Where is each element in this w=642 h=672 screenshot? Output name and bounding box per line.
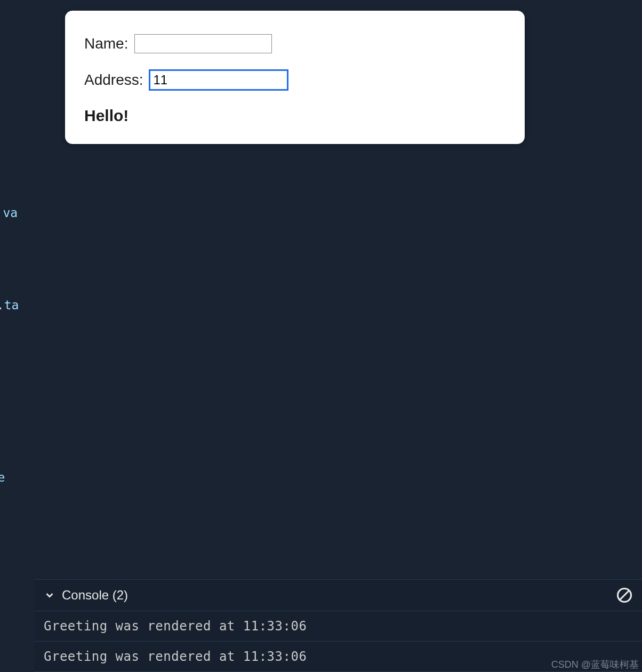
console-header[interactable]: Console (2) xyxy=(34,580,642,611)
right-pane-edge xyxy=(554,0,642,491)
form-card: Name: Address: Hello! xyxy=(65,11,525,144)
name-row: Name: xyxy=(84,34,505,53)
code-token-dot: . xyxy=(0,298,4,312)
console-count: (2) xyxy=(113,588,128,602)
console-label-text: Console xyxy=(62,588,109,602)
console-label: Console (2) xyxy=(62,588,128,603)
address-input[interactable] xyxy=(150,70,287,90)
code-token: ta xyxy=(4,298,19,312)
code-editor-strip: get.va e.ta ocale xyxy=(0,0,34,672)
greeting-text: Hello! xyxy=(84,107,505,125)
code-token: ocale xyxy=(0,470,5,484)
address-label: Address: xyxy=(84,71,143,89)
address-row: Address: xyxy=(84,70,505,90)
name-label: Name: xyxy=(84,35,128,52)
code-token: va xyxy=(3,206,18,220)
preview-pane: Name: Address: Hello! Console (2) xyxy=(34,0,642,672)
console-header-left: Console (2) xyxy=(44,588,128,603)
chevron-down-icon[interactable] xyxy=(44,589,55,601)
clear-console-icon[interactable] xyxy=(616,587,632,603)
watermark: CSDN @蓝莓味柯基 xyxy=(551,658,639,671)
svg-line-1 xyxy=(620,590,629,600)
console-line: Greeting was rendered at 11:33:06 xyxy=(34,611,642,642)
name-input[interactable] xyxy=(134,34,272,53)
